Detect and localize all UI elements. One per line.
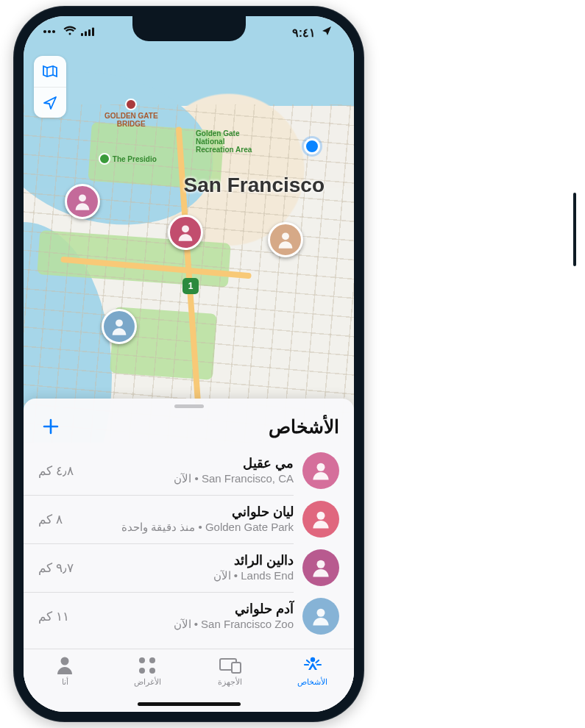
svg-rect-7 xyxy=(92,28,94,37)
screen: ٩:٤١ 1 San Francisco GOLDEN GATE BRIDGE xyxy=(24,16,354,712)
map-city-label: San Francisco xyxy=(184,174,325,197)
people-icon xyxy=(302,655,324,676)
sheet-title: الأشخاص xyxy=(269,416,339,438)
locate-me-button[interactable] xyxy=(34,87,66,118)
svg-point-16 xyxy=(311,657,315,662)
poi-presidio[interactable]: The Presidio xyxy=(99,153,157,166)
person-name: مي عقيل xyxy=(82,455,294,472)
poi-ggnra[interactable]: Golden Gate National Recreation Area xyxy=(196,129,252,154)
wifi-icon xyxy=(63,26,77,39)
svg-point-21 xyxy=(139,668,145,674)
svg-point-3 xyxy=(57,31,59,32)
devices-icon xyxy=(219,655,242,676)
svg-point-23 xyxy=(61,657,69,665)
person-name: آدم حلواني xyxy=(78,601,294,618)
status-time: ٩:٤١ xyxy=(292,26,316,40)
map-person-pin[interactable] xyxy=(168,215,203,250)
svg-point-11 xyxy=(116,319,123,326)
tab-items[interactable]: الأغراض xyxy=(106,655,188,687)
tab-me[interactable]: أنا xyxy=(24,655,106,687)
person-location: Lands End • الآن xyxy=(82,569,294,583)
poi-golden-gate-bridge[interactable]: GOLDEN GATE BRIDGE xyxy=(104,99,158,128)
user-location-dot[interactable] xyxy=(304,138,320,154)
map-person-pin[interactable] xyxy=(268,222,303,257)
svg-point-13 xyxy=(317,512,325,520)
svg-rect-5 xyxy=(85,32,87,37)
people-sheet[interactable]: الأشخاص مي عقيلSan Francisco, CA • الآن٤… xyxy=(24,399,354,712)
person-distance: ٤٫٨ كم xyxy=(38,463,74,479)
map-mode-button[interactable] xyxy=(34,56,66,87)
tab-label: أنا xyxy=(62,677,68,687)
person-row[interactable]: آدم حلوانيSan Francisco Zoo • الآن١١ كم xyxy=(24,592,354,640)
people-list[interactable]: مي عقيلSan Francisco, CA • الآن٤٫٨ كمليا… xyxy=(24,446,354,649)
sheet-grabber[interactable] xyxy=(174,404,204,408)
person-location: Golden Gate Park • منذ دقيقة واحدة xyxy=(71,521,294,535)
avatar xyxy=(302,549,339,586)
svg-point-1 xyxy=(48,30,51,33)
svg-point-12 xyxy=(317,463,325,471)
svg-rect-4 xyxy=(81,33,83,36)
person-name: ليان حلواني xyxy=(71,504,294,521)
person-row[interactable]: مي عقيلSan Francisco, CA • الآن٤٫٨ كم xyxy=(24,446,354,495)
person-row[interactable]: ليان حلوانيGolden Gate Park • منذ دقيقة … xyxy=(24,495,354,543)
svg-point-20 xyxy=(149,657,155,663)
person-location: San Francisco, CA • الآن xyxy=(82,472,294,486)
person-distance: ٩٫٧ كم xyxy=(38,560,74,576)
route-shield-icon: 1 xyxy=(182,278,199,294)
person-distance: ١١ كم xyxy=(38,609,69,624)
map-view[interactable]: 1 San Francisco GOLDEN GATE BRIDGE Golde… xyxy=(24,16,354,443)
svg-rect-18 xyxy=(232,663,241,673)
avatar xyxy=(302,501,339,538)
person-name: دالين الرائد xyxy=(82,552,294,569)
person-distance: ٨ كم xyxy=(38,512,63,527)
me-icon xyxy=(56,655,74,676)
avatar xyxy=(302,452,339,489)
signal-icon xyxy=(81,26,96,39)
svg-point-0 xyxy=(43,30,46,33)
tab-people[interactable]: الأشخاص xyxy=(272,655,354,687)
iphone-frame: ٩:٤١ 1 San Francisco GOLDEN GATE BRIDGE xyxy=(13,6,364,722)
tab-devices[interactable]: الأجهزة xyxy=(189,655,272,687)
tab-label: الأجهزة xyxy=(218,677,242,687)
svg-point-14 xyxy=(317,560,325,568)
svg-point-15 xyxy=(317,609,325,617)
svg-point-8 xyxy=(79,194,86,201)
map-person-pin[interactable] xyxy=(65,184,100,219)
location-arrow-icon xyxy=(319,26,332,39)
dots-icon xyxy=(43,26,59,39)
notch xyxy=(132,16,246,41)
map-person-pin[interactable] xyxy=(102,309,137,344)
svg-point-19 xyxy=(139,657,145,663)
svg-point-9 xyxy=(182,225,189,232)
svg-point-22 xyxy=(149,668,155,674)
svg-point-2 xyxy=(52,30,55,33)
tab-label: الأغراض xyxy=(134,677,161,687)
map-controls xyxy=(34,56,66,118)
svg-rect-6 xyxy=(88,29,91,36)
share-location-add-button[interactable] xyxy=(38,414,63,439)
person-row[interactable]: دالين الرائدLands End • الآن٩٫٧ كم xyxy=(24,543,354,592)
svg-point-10 xyxy=(282,232,289,240)
person-location: San Francisco Zoo • الآن xyxy=(78,618,294,632)
tab-label: الأشخاص xyxy=(297,677,327,687)
avatar xyxy=(302,598,339,635)
items-icon xyxy=(138,655,157,676)
home-indicator[interactable] xyxy=(138,702,241,706)
